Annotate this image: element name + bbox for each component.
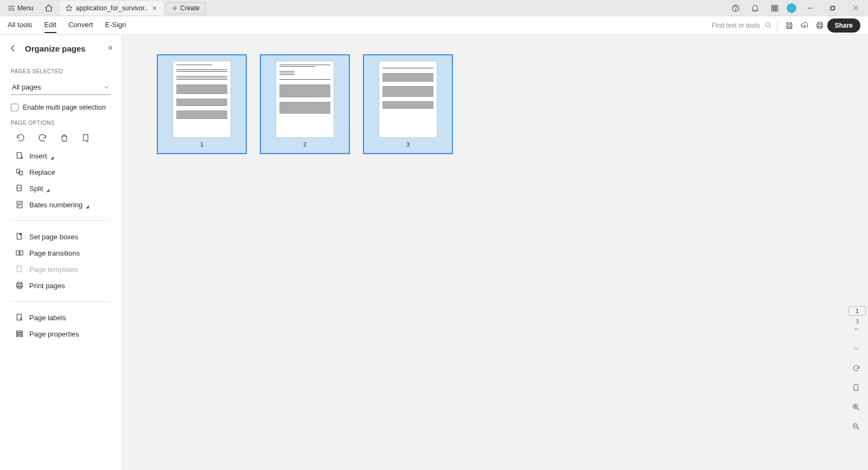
minimize-icon — [807, 5, 813, 11]
page-thumbnails-area: 1 2 3 1 3 — [122, 35, 868, 470]
svg-rect-10 — [776, 5, 778, 7]
page-number: 2 — [303, 141, 307, 148]
zoom-out-icon — [852, 422, 860, 431]
checkbox-icon — [11, 104, 18, 111]
page-properties-label: Page properties — [29, 330, 79, 338]
zoom-out-button[interactable] — [850, 420, 863, 433]
insert-button[interactable]: Insert ◢ — [0, 148, 122, 164]
section-page-options: Page Options — [0, 113, 122, 128]
upload-button[interactable] — [797, 18, 812, 33]
rotate-view-button[interactable] — [850, 361, 863, 374]
page-thumbnail-2[interactable]: 2 — [260, 54, 350, 154]
collapse-up-button[interactable] — [850, 322, 863, 335]
page-properties-button[interactable]: Page properties — [0, 326, 122, 342]
help-button[interactable] — [728, 1, 743, 16]
maximize-icon — [829, 5, 836, 11]
page-icon — [852, 384, 860, 391]
find-button[interactable]: Find text or tools — [712, 21, 773, 29]
maximize-button[interactable] — [824, 1, 842, 16]
share-button[interactable]: Share — [827, 18, 860, 33]
expand-down-button[interactable] — [850, 342, 863, 355]
set-page-boxes-button[interactable]: Set page boxes — [0, 228, 122, 245]
apps-button[interactable] — [767, 1, 782, 16]
page-thumbnail-3[interactable]: 3 — [363, 54, 453, 154]
page-preview-2 — [276, 61, 334, 138]
back-button[interactable] — [9, 44, 20, 53]
enable-multi-page-checkbox[interactable]: Enable multi page selection — [0, 95, 122, 113]
submenu-indicator-icon: ◢ — [50, 155, 54, 160]
menu-label: Menu — [17, 4, 34, 12]
page-preview-3 — [379, 61, 437, 138]
create-button[interactable]: Create — [165, 2, 206, 14]
title-right — [728, 1, 865, 16]
find-placeholder: Find text or tools — [712, 22, 760, 29]
rotate-cw-button[interactable] — [37, 132, 48, 143]
svg-rect-9 — [774, 5, 776, 7]
replace-button[interactable]: Replace — [0, 164, 122, 180]
svg-line-53 — [857, 408, 859, 410]
page-display-button[interactable] — [850, 381, 863, 394]
svg-rect-51 — [854, 385, 858, 391]
bates-numbering-button[interactable]: Bates numbering ◢ — [0, 196, 122, 213]
tab-convert[interactable]: Convert — [68, 17, 93, 33]
title-bar: Menu application_for_survivor.. × Create — [0, 0, 868, 16]
page-transitions-label: Page transitions — [29, 249, 80, 257]
rotate-ccw-icon — [16, 133, 25, 143]
save-icon — [785, 21, 794, 30]
menu-button[interactable]: Menu — [3, 2, 38, 14]
svg-rect-19 — [831, 7, 834, 10]
tab-all-tools[interactable]: All tools — [8, 17, 33, 33]
svg-rect-48 — [17, 331, 23, 333]
rotate-ccw-button[interactable] — [15, 132, 26, 143]
tab-edit[interactable]: Edit — [44, 17, 56, 33]
tool-tabs: All tools Edit Convert E-Sign — [8, 17, 126, 33]
close-tab-button[interactable]: × — [151, 4, 158, 12]
notifications-button[interactable] — [748, 1, 763, 16]
delete-button[interactable] — [59, 132, 69, 143]
split-label: Split — [29, 185, 43, 193]
close-panel-button[interactable]: × — [108, 43, 113, 53]
minimize-button[interactable] — [801, 1, 819, 16]
divider — [11, 301, 111, 302]
bell-icon — [751, 4, 760, 12]
bates-icon — [15, 200, 24, 209]
submenu-indicator-icon: ◢ — [46, 188, 49, 193]
close-window-button[interactable] — [846, 1, 865, 16]
sidebar-organize-pages: Organize pages × Pages Selected All page… — [0, 35, 122, 470]
templates-icon — [15, 265, 24, 274]
current-page-input[interactable]: 1 — [848, 306, 866, 316]
page-thumbnail-1[interactable]: 1 — [157, 54, 247, 154]
page-number: 3 — [406, 141, 410, 148]
svg-rect-18 — [832, 6, 835, 10]
split-button[interactable]: Split ◢ — [0, 180, 122, 196]
cloud-upload-icon — [800, 21, 809, 30]
divider — [11, 220, 111, 221]
extract-button[interactable] — [80, 132, 91, 143]
print-button[interactable] — [812, 18, 827, 33]
pages-select[interactable]: All pages — [11, 80, 111, 95]
select-value: All pages — [12, 83, 41, 91]
split-icon — [15, 184, 24, 193]
svg-marker-3 — [66, 5, 72, 11]
page-labels-button[interactable]: Page labels — [0, 309, 122, 326]
properties-icon — [15, 329, 24, 338]
chevron-down-icon — [103, 84, 110, 91]
avatar[interactable] — [787, 3, 796, 13]
tab-esign[interactable]: E-Sign — [105, 17, 126, 33]
document-tab[interactable]: application_for_survivor.. × — [60, 1, 163, 15]
svg-rect-13 — [776, 7, 778, 9]
extract-icon — [81, 134, 91, 143]
chevron-down-icon — [853, 345, 860, 352]
page-transitions-button[interactable]: Page transitions — [0, 245, 122, 261]
print-pages-button[interactable]: Print pages — [0, 277, 122, 294]
star-icon — [65, 4, 73, 12]
page-preview-1 — [173, 61, 231, 138]
zoom-in-button[interactable] — [850, 401, 863, 414]
svg-rect-50 — [17, 335, 23, 337]
home-button[interactable] — [40, 2, 58, 15]
chevron-up-icon — [853, 326, 860, 333]
save-button[interactable] — [782, 18, 797, 33]
svg-rect-12 — [774, 7, 776, 9]
tab-title: application_for_survivor.. — [76, 4, 148, 12]
svg-rect-8 — [772, 5, 774, 7]
